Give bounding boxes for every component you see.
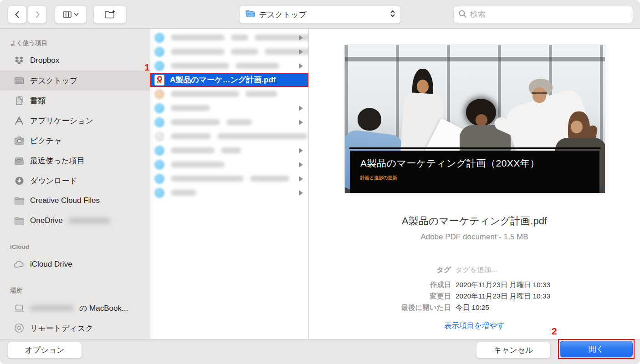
folder-icon (14, 196, 25, 206)
open-button[interactable]: 開く (560, 341, 633, 357)
folder-icon (14, 216, 25, 226)
sidebar-section: 場所の MacBook...リモートディスク (0, 285, 150, 338)
sidebar-item--[interactable]: ピクチャ (0, 131, 150, 151)
downloads-icon (14, 176, 25, 186)
redacted-text (221, 147, 241, 153)
toolbar: デスクトップ (0, 0, 640, 29)
show-more-link[interactable]: 表示項目を増やす (309, 321, 640, 331)
search-icon (458, 10, 467, 20)
selected-file-name: A製品のマーケ…ング計画.pdf (170, 75, 276, 85)
sidebar-item-label: の MacBook... (79, 303, 128, 313)
pdf-banner-title: A製品のマーケティング計画（20XX年） (360, 157, 599, 170)
redacted-file-row[interactable] (150, 129, 308, 143)
disclosure-arrow-icon (299, 190, 303, 196)
dialog-content: よく使う項目Dropboxデスクトップ書類アプリケーションピクチャ最近使った項目… (0, 29, 640, 339)
sidebar-section-header: 場所 (0, 285, 150, 298)
view-mode-button[interactable] (55, 5, 87, 24)
pdf-preview-image: A製品のマーケティング計画（20XX年） 計画と進捗の更新 (344, 45, 605, 193)
pdf-title-banner: A製品のマーケティング計画（20XX年） 計画と進捗の更新 (350, 151, 599, 193)
metadata-label: 最後に開いた日 (309, 303, 451, 313)
redacted-file-row[interactable] (150, 172, 308, 186)
sidebar-item--[interactable]: リモートディスク (0, 318, 150, 338)
disclosure-arrow-icon (299, 176, 303, 182)
redacted-text (171, 63, 229, 69)
redacted-file-row[interactable] (150, 30, 308, 45)
redacted-text (171, 162, 225, 167)
redacted-text (171, 91, 239, 97)
metadata-label: 変更日 (309, 292, 451, 301)
location-dropdown[interactable]: デスクトップ (239, 5, 401, 24)
blurred-file-icon (154, 103, 164, 113)
sidebar-item--[interactable]: デスクトップ (0, 71, 150, 91)
documents-icon (14, 96, 25, 106)
metadata-label: タグ (309, 265, 451, 275)
disc-icon (14, 323, 25, 333)
sidebar-section-header: よく使う項目 (0, 38, 150, 51)
redacted-file-row[interactable] (150, 101, 308, 115)
metadata-value: 2020年11月23日 月曜日 10:33 (456, 280, 550, 290)
applications-icon (14, 116, 25, 126)
cancel-button[interactable]: キャンセル (476, 342, 551, 359)
sidebar-item--macbook-[interactable]: の MacBook... (0, 298, 150, 318)
options-button[interactable]: オプション (7, 342, 82, 359)
sidebar-item-label: OneDrive (30, 216, 63, 225)
search-input[interactable] (470, 10, 628, 19)
disclosure-arrow-icon (299, 148, 303, 153)
sidebar-item-label: Creative Cloud Files (30, 196, 100, 205)
redacted-text (250, 176, 289, 182)
selected-file-row[interactable]: PDFA製品のマーケ…ング計画.pdf (150, 73, 308, 87)
redacted-file-row[interactable] (150, 87, 308, 101)
sidebar-item--[interactable]: ダウンロード (0, 171, 150, 191)
column-view-icon (62, 10, 72, 19)
disclosure-arrow-icon (299, 162, 303, 167)
blurred-file-icon (154, 188, 164, 198)
cloud-icon (14, 259, 25, 269)
pdf-file-icon: PDF (154, 75, 164, 86)
sidebar-item-onedrive[interactable]: OneDrive (0, 211, 150, 231)
redacted-text (171, 119, 220, 125)
blurred-file-icon (154, 174, 164, 184)
metadata-row: 最後に開いた日今日 10:25 (309, 302, 640, 313)
chevron-down-icon (74, 13, 79, 16)
disclosure-arrow-icon (299, 120, 303, 125)
metadata-row: 変更日2020年11月23日 月曜日 10:33 (309, 291, 640, 302)
redacted-text (231, 49, 258, 55)
redacted-text (171, 35, 225, 40)
preview-file-kind: Adobe PDF document - 1.5 MB (309, 233, 640, 242)
preview-pane: A製品のマーケティング計画（20XX年） 計画と進捗の更新 A製品のマーケティン… (309, 29, 640, 339)
desktop-icon (14, 76, 25, 86)
forward-button[interactable] (28, 5, 46, 24)
search-field[interactable] (453, 6, 633, 23)
add-tags-field[interactable]: タグを追加... (456, 265, 497, 275)
sidebar-item-icloud-drive[interactable]: iCloud Drive (0, 254, 150, 274)
sidebar-item--[interactable]: 最近使った項目 (0, 151, 150, 171)
metadata-value: 2020年11月23日 月曜日 10:33 (456, 292, 550, 301)
sidebar-section-header: iCloud (0, 242, 150, 254)
annotation-2: 2 (552, 326, 557, 337)
sidebar-item-dropbox[interactable]: Dropbox (0, 51, 150, 71)
pictures-icon (14, 136, 25, 146)
redacted-text (226, 119, 252, 125)
open-button-annotation-box: 開く (558, 339, 635, 359)
sidebar-section: よく使う項目Dropboxデスクトップ書類アプリケーションピクチャ最近使った項目… (0, 38, 150, 231)
redacted-text (236, 63, 279, 69)
back-button[interactable] (8, 5, 26, 24)
redacted-file-row[interactable] (150, 45, 308, 59)
redacted-file-row[interactable] (150, 115, 308, 129)
redacted-text (171, 147, 215, 153)
redacted-file-row[interactable] (150, 157, 308, 172)
sidebar-item--[interactable]: アプリケーション (0, 111, 150, 131)
location-label: デスクトップ (259, 10, 385, 20)
redacted-file-row[interactable] (150, 186, 308, 200)
blurred-file-icon (154, 160, 164, 170)
sidebar-item-creative-cloud-files[interactable]: Creative Cloud Files (0, 191, 150, 211)
blurred-file-icon (154, 117, 164, 127)
sidebar-item--[interactable]: 書類 (0, 91, 150, 111)
redacted-file-row[interactable] (150, 59, 308, 73)
new-folder-button[interactable] (93, 5, 126, 24)
redacted-file-row[interactable] (150, 143, 308, 157)
sidebar-item-label: 最近使った項目 (30, 156, 85, 166)
sidebar-item-label: デスクトップ (30, 76, 77, 86)
metadata-row: タグタグを追加... (309, 264, 640, 276)
sidebar: よく使う項目Dropboxデスクトップ書類アプリケーションピクチャ最近使った項目… (0, 29, 150, 339)
